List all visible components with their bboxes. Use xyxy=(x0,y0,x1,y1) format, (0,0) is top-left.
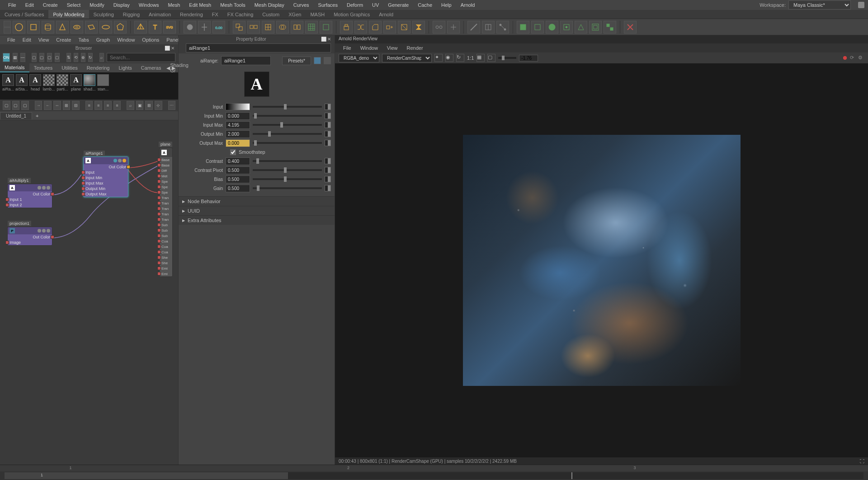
gain-field[interactable] xyxy=(226,185,250,192)
shelf-tab-fx[interactable]: FX xyxy=(208,10,223,19)
polycylinder-icon[interactable] xyxy=(42,21,54,33)
separate-icon[interactable] xyxy=(247,21,260,33)
menu-deform[interactable]: Deform xyxy=(342,2,368,8)
swatch-shader[interactable]: shad... xyxy=(83,74,96,98)
bridge-icon[interactable] xyxy=(354,21,367,33)
menu-uv[interactable]: UV xyxy=(368,2,383,8)
tab-left-icon[interactable]: ◀ xyxy=(166,65,172,71)
map-button[interactable] xyxy=(325,140,331,146)
tab-textures[interactable]: Textures xyxy=(29,63,57,72)
node-name-input[interactable] xyxy=(186,43,331,52)
hs-menu-create[interactable]: Create xyxy=(52,37,75,43)
outputmax-field[interactable] xyxy=(226,139,250,147)
menu-meshtools[interactable]: Mesh Tools xyxy=(216,2,250,8)
tab-cameras[interactable]: Cameras xyxy=(137,63,166,72)
swatch-standard[interactable]: stan... xyxy=(97,74,109,98)
menu-select[interactable]: Select xyxy=(62,2,85,8)
gt-remove-icon[interactable]: ▢ xyxy=(21,101,29,110)
shelf-tab-xgen[interactable]: XGen xyxy=(284,10,306,19)
gear-icon[interactable]: ⚙ xyxy=(858,55,864,61)
map-button[interactable] xyxy=(325,122,331,128)
contrast-slider[interactable] xyxy=(253,160,322,162)
shelf-tab-animation[interactable]: Animation xyxy=(144,10,175,19)
menu-surfaces[interactable]: Surfaces xyxy=(314,2,342,8)
list-icon[interactable]: — xyxy=(20,53,25,62)
toggle-on-icon[interactable]: ON xyxy=(3,53,10,62)
merge-icon[interactable] xyxy=(433,21,445,33)
node-airange1[interactable]: aiRange1 A Out Color Input Input Min Inp… xyxy=(83,157,128,197)
expand-icon[interactable]: ⛶ xyxy=(860,459,864,464)
outputmin-field[interactable] xyxy=(226,130,250,138)
outputmin-slider[interactable] xyxy=(253,133,322,135)
filter4-icon[interactable]: ▢ xyxy=(55,53,60,62)
smoothstep-checkbox[interactable] xyxy=(230,149,236,155)
shelf-tab-fxcaching[interactable]: FX Caching xyxy=(223,10,258,19)
camera-dropdown[interactable]: RenderCamShape xyxy=(382,54,432,62)
node-plane[interactable]: plane A Base Base Diff Met Spe Spe Spe T… xyxy=(159,147,173,277)
map-button[interactable] xyxy=(325,158,331,164)
hide-icon[interactable] xyxy=(324,57,331,64)
shelf-tab-polymodeling[interactable]: Poly Modeling xyxy=(48,10,89,19)
menu-modify[interactable]: Modify xyxy=(85,2,108,8)
mirror-icon[interactable] xyxy=(291,21,303,33)
polysphere-icon[interactable] xyxy=(13,21,25,33)
menu-help[interactable]: Help xyxy=(437,2,456,8)
gt-rearrange-icon[interactable]: ⊞ xyxy=(63,101,71,110)
rv-menu-view[interactable]: View xyxy=(382,45,402,51)
time-cursor[interactable] xyxy=(571,472,572,479)
shelf-tab-rendering[interactable]: Rendering xyxy=(175,10,208,19)
map-button[interactable] xyxy=(325,104,331,110)
contrastpivot-slider[interactable] xyxy=(253,169,322,171)
shelf-tab-rigging[interactable]: Rigging xyxy=(118,10,144,19)
gain-slider[interactable] xyxy=(253,187,322,189)
lock-icon[interactable] xyxy=(858,2,864,8)
type-input[interactable] xyxy=(221,56,271,65)
chamfer-icon[interactable] xyxy=(589,21,602,33)
polydisc-icon[interactable] xyxy=(99,21,112,33)
combine-icon[interactable] xyxy=(233,21,245,33)
shelf-tab-motiongraphics[interactable]: Motion Graphics xyxy=(329,10,374,19)
menu-file[interactable]: File xyxy=(4,2,21,8)
menu-edit[interactable]: Edit xyxy=(21,2,38,8)
tab-materials[interactable]: Materials xyxy=(0,63,29,72)
gt-zoom-icon[interactable]: ⌕ xyxy=(127,101,134,110)
swatch-lambert[interactable]: lamb... xyxy=(42,74,55,98)
tab-right-icon[interactable]: ▶ xyxy=(172,65,177,71)
time-range[interactable]: 1 xyxy=(5,472,288,479)
section-uuid[interactable]: ▶UUID xyxy=(179,206,335,215)
search-input[interactable] xyxy=(107,53,175,62)
sculpt-icon[interactable] xyxy=(546,21,558,33)
record-icon[interactable] xyxy=(842,55,848,61)
extrude-icon[interactable] xyxy=(340,21,353,33)
rv-menu-file[interactable]: File xyxy=(339,45,356,51)
polycube-icon[interactable] xyxy=(27,21,40,33)
inputmax-slider[interactable] xyxy=(253,124,322,126)
map-button[interactable] xyxy=(325,176,331,182)
rv-menu-render[interactable]: Render xyxy=(402,45,428,51)
fill-icon[interactable] xyxy=(398,21,410,33)
time-scrubber[interactable]: 1 xyxy=(5,472,863,479)
crosshair-icon[interactable]: ✦ xyxy=(434,54,443,62)
crease-icon[interactable] xyxy=(531,21,544,33)
gt-both-icon[interactable]: ↔ xyxy=(53,101,61,110)
gt-input-icon[interactable]: → xyxy=(35,101,42,110)
gt-list1-icon[interactable]: ≡ xyxy=(85,101,93,110)
menu-cache[interactable]: Cache xyxy=(413,2,437,8)
multicut-icon[interactable] xyxy=(467,21,480,33)
menu-generate[interactable]: Generate xyxy=(383,2,413,8)
shelf-tab-arnold[interactable]: Arnold xyxy=(374,10,398,19)
gt-output-icon[interactable]: ← xyxy=(44,101,52,110)
svg-icon[interactable]: SVG xyxy=(163,21,176,33)
sort1-icon[interactable]: ⇅ xyxy=(66,53,71,62)
swatch-airange[interactable]: AaiRa... xyxy=(2,74,14,98)
inputmin-field[interactable] xyxy=(226,112,250,120)
gt-list3-icon[interactable]: ≡ xyxy=(104,101,112,110)
menu-editmesh[interactable]: Edit Mesh xyxy=(184,2,216,8)
graph-tab-untitled[interactable]: Untitled_1 xyxy=(0,112,32,119)
gt-graph-icon[interactable]: ⊟ xyxy=(72,101,80,110)
node-aimultiply1[interactable]: aiMultiply1 A Out Color Input 1 Input 2 xyxy=(7,184,52,208)
menu-arnold[interactable]: Arnold xyxy=(456,2,480,8)
contrast-field[interactable] xyxy=(226,157,250,165)
popout-icon[interactable]: ⬜ xyxy=(165,45,170,51)
region-icon[interactable]: ▢ xyxy=(487,54,495,62)
